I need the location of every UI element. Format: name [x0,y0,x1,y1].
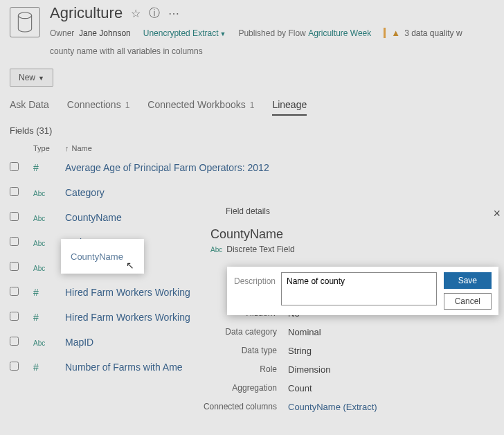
type-number-icon: # [33,162,39,173]
row-checkbox[interactable] [10,287,19,296]
sort-asc-icon: ↑ [65,144,69,152]
page-title: Agriculture [50,4,123,22]
data-category-label: Data category [194,327,288,337]
row-checkbox[interactable] [10,337,19,346]
warning-triangle-icon: ▲ [391,28,400,38]
description-input[interactable]: Name of county [281,272,437,305]
data-type-label: Data type [194,346,288,356]
column-name-header[interactable]: ↑Name [65,144,92,152]
tab-connections[interactable]: Connections1 [67,99,130,116]
field-name-link[interactable]: CountyName [71,251,123,262]
selected-row-highlight[interactable]: CountyName ↖ [61,239,144,274]
row-checkbox[interactable] [10,187,19,196]
row-checkbox[interactable] [10,237,19,246]
panel-heading: Field details [226,206,502,216]
svg-point-0 [18,12,31,19]
aggregation-label: Aggregation [194,383,288,393]
field-name-link[interactable]: CountyName [65,212,122,223]
row-checkbox[interactable] [10,212,19,221]
tab-lineage[interactable]: Lineage [272,99,307,116]
type-text-icon: Abc [33,215,45,222]
tab-connected-workbooks[interactable]: Connected Workbooks1 [147,99,254,116]
column-type-header[interactable]: Type [33,144,65,152]
favorite-star-icon[interactable]: ☆ [131,7,141,20]
new-button[interactable]: New▼ [10,69,53,87]
fields-count: Fields (31) [0,120,504,141]
type-number-icon: # [33,312,39,323]
field-name-link[interactable]: MapID [65,337,93,348]
cursor-icon: ↖ [126,260,134,271]
field-name-link[interactable]: Hired Farm Workers Working [65,287,190,298]
published-by-label: Published by Flow [238,28,305,38]
type-text-icon: Abc [33,190,45,197]
type-number-icon: # [33,287,39,298]
aggregation-value: Count [288,383,312,393]
role-label: Role [194,364,288,375]
field-detail-type: Discrete Text Field [226,245,294,254]
data-category-value: Nominal [288,327,321,337]
field-name-link[interactable]: Number of Farms with Ame [65,362,183,373]
field-name-link[interactable]: Average Age of Principal Farm Operators:… [65,162,269,173]
type-text-icon: Abc [33,240,45,247]
chevron-down-icon: ▼ [219,30,226,37]
datasource-description: county name with all variables in column… [50,46,504,56]
datasource-icon [10,7,40,37]
field-name-link[interactable]: Category [65,187,105,198]
table-row[interactable]: # Average Age of Principal Farm Operator… [0,155,504,180]
published-by-link[interactable]: Agriculture Week [308,28,371,38]
type-text-icon: Abc [33,339,45,347]
row-checkbox[interactable] [10,312,19,321]
field-detail-name: CountyName [210,227,502,242]
connected-columns-link[interactable]: CountyName (Extract) [288,402,377,412]
owner-name: Jane Johnson [79,28,131,38]
auth-dropdown[interactable]: Unencrypted Extract▼ [143,28,226,38]
tab-ask-data[interactable]: Ask Data [10,99,49,116]
save-button[interactable]: Save [444,272,492,289]
table-row[interactable]: Abc Category [0,180,504,205]
more-actions-icon[interactable]: ⋯ [168,7,179,20]
description-edit-popover: Description Name of county Save Cancel [227,267,498,315]
cancel-button[interactable]: Cancel [444,293,492,310]
chevron-down-icon: ▼ [38,75,44,82]
role-value: Dimension [288,364,330,375]
row-checkbox[interactable] [10,162,19,171]
row-checkbox[interactable] [10,362,19,371]
close-icon[interactable]: × [493,206,501,221]
type-text-icon: Abc [210,246,222,254]
field-name-link[interactable]: Hired Farm Workers Working [65,312,190,323]
connected-columns-label: Connected columns [194,402,288,412]
data-quality-warning[interactable]: ▲3 data quality w [384,28,462,38]
row-checkbox[interactable] [10,262,19,271]
owner-label: Owner [50,28,74,38]
info-icon[interactable]: ⓘ [149,6,160,21]
type-text-icon: Abc [33,265,45,272]
description-label: Description [234,276,276,310]
type-number-icon: # [33,362,39,373]
data-type-value: String [288,346,312,356]
